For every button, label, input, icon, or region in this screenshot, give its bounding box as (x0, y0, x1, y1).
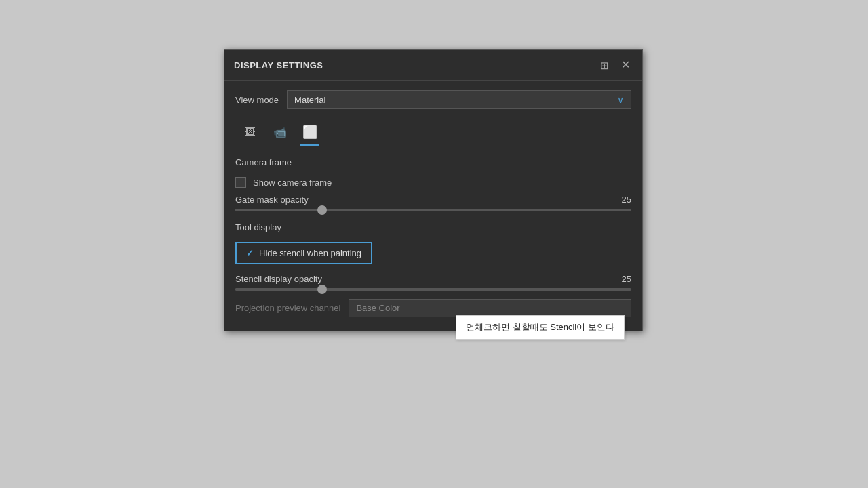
camera-frame-section: Camera frame Show camera frame Gate mask… (235, 146, 631, 211)
display-settings-dialog: DISPLAY SETTINGS ⊞ ✕ View mode Material … (224, 49, 643, 331)
stencil-opacity-slider[interactable] (235, 288, 631, 291)
view-mode-label: View mode (235, 95, 279, 105)
tool-display-heading: Tool display (235, 222, 631, 232)
stencil-opacity-thumb[interactable] (317, 285, 327, 294)
frame-tab-icon: ⬜ (302, 125, 317, 140)
tab-image[interactable]: 🖼 (235, 119, 265, 146)
gate-mask-slider[interactable] (235, 209, 631, 211)
annotation-text: 언체크하면 칠할때도 Stencil이 보인다 (466, 322, 614, 332)
projection-preview-row: Projection preview channel Base Color (235, 299, 631, 317)
close-icon: ✕ (621, 59, 630, 70)
show-camera-frame-row: Show camera frame (235, 177, 631, 188)
show-camera-frame-label: Show camera frame (253, 178, 332, 188)
tab-bar: 🖼 📹 ⬜ (235, 119, 631, 146)
gate-mask-label: Gate mask opacity (235, 195, 309, 205)
tab-frame[interactable]: ⬜ (295, 119, 325, 146)
titlebar-icons: ⊞ ✕ (597, 58, 633, 72)
view-mode-select[interactable]: Material ∨ (287, 90, 631, 109)
dialog-titlebar: DISPLAY SETTINGS ⊞ ✕ (224, 50, 642, 81)
camera-frame-heading: Camera frame (235, 157, 631, 167)
hide-stencil-button[interactable]: ✓ Hide stencil when painting (235, 242, 372, 264)
dialog-title: DISPLAY SETTINGS (234, 60, 323, 70)
checkmark-icon: ✓ (246, 248, 254, 258)
gate-mask-fill (235, 209, 322, 211)
gate-mask-value: 25 (622, 195, 631, 205)
dialog-body: View mode Material ∨ 🖼 📹 ⬜ (224, 81, 642, 331)
gate-mask-thumb[interactable] (317, 205, 327, 215)
video-tab-icon: 📹 (273, 126, 287, 139)
show-camera-frame-checkbox[interactable] (235, 177, 246, 188)
grid-icon: ⊞ (600, 60, 609, 71)
close-button[interactable]: ✕ (618, 58, 633, 72)
annotation-bubble: 언체크하면 칠할때도 Stencil이 보인다 (456, 315, 625, 340)
hide-stencil-label: Hide stencil when painting (259, 248, 361, 258)
chevron-down-icon: ∨ (617, 94, 624, 105)
stencil-opacity-row: Stencil display opacity 25 (235, 274, 631, 291)
stencil-opacity-label: Stencil display opacity (235, 274, 322, 284)
tool-display-section: Tool display ✓ Hide stencil when paintin… (235, 222, 631, 317)
gate-mask-opacity-row: Gate mask opacity 25 (235, 195, 631, 211)
tab-video[interactable]: 📹 (265, 119, 295, 146)
projection-preview-label: Projection preview channel (235, 303, 340, 313)
stencil-opacity-value: 25 (622, 274, 631, 284)
stencil-opacity-fill (235, 288, 322, 291)
stencil-opacity-label-row: Stencil display opacity 25 (235, 274, 631, 284)
view-mode-value: Material (294, 95, 326, 105)
view-mode-row: View mode Material ∨ (235, 90, 631, 109)
gate-mask-label-row: Gate mask opacity 25 (235, 195, 631, 205)
projection-preview-value: Base Color (349, 299, 631, 317)
image-tab-icon: 🖼 (245, 126, 256, 138)
page-wrapper: DISPLAY SETTINGS ⊞ ✕ View mode Material … (0, 0, 868, 488)
grid-icon-button[interactable]: ⊞ (597, 59, 612, 72)
